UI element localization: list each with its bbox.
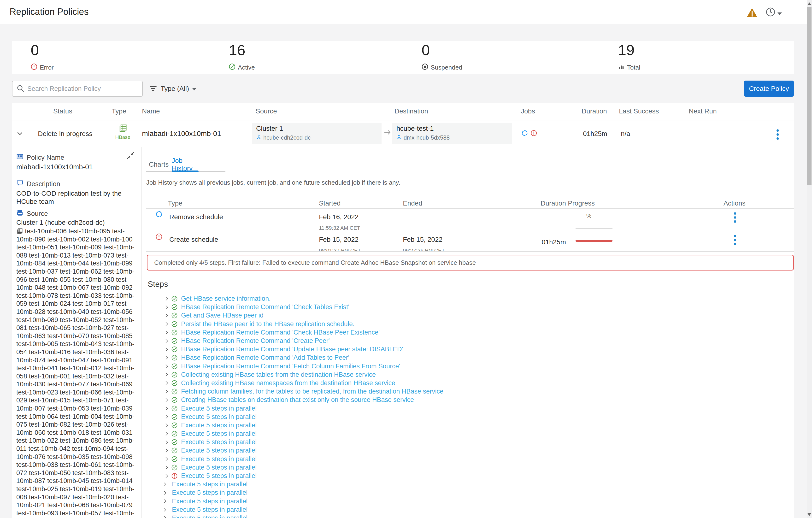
job-error-icon[interactable] [530, 130, 537, 137]
collapse-panel-icon[interactable] [126, 151, 135, 160]
step-label[interactable]: Execute 5 steps in parallel [172, 498, 248, 505]
step-row[interactable]: HBase Replication Remote Command 'Update… [146, 345, 793, 353]
chevron-right-icon[interactable] [164, 338, 169, 344]
step-label[interactable]: HBase Replication Remote Command 'Add Ta… [181, 354, 349, 362]
search-input[interactable] [27, 85, 133, 92]
step-row[interactable]: Get HBase service information. [146, 294, 793, 303]
chevron-right-icon[interactable] [164, 347, 169, 352]
step-row[interactable]: HBase Replication Remote Command 'Create… [146, 337, 793, 345]
step-row[interactable]: Execute 5 steps in parallel [146, 404, 793, 412]
step-label[interactable]: Execute 5 steps in parallel [181, 413, 257, 421]
step-label[interactable]: Fetching column families, for the tables… [181, 388, 443, 395]
step-label[interactable]: Execute 5 steps in parallel [181, 472, 257, 480]
step-row[interactable]: Execute 5 steps in parallel [146, 514, 793, 518]
chevron-right-icon[interactable] [164, 414, 169, 420]
step-row[interactable]: Execute 5 steps in parallel [146, 413, 793, 421]
step-label[interactable]: HBase Replication Remote Command 'Fetch … [181, 363, 400, 370]
step-label[interactable]: HBase Replication Remote Command 'Check … [181, 329, 380, 336]
chevron-right-icon[interactable] [164, 456, 169, 462]
step-row[interactable]: Execute 5 steps in parallel [146, 489, 793, 497]
step-row[interactable]: Execute 5 steps in parallel [146, 463, 793, 472]
step-row[interactable]: Execute 5 steps in parallel [146, 430, 793, 438]
step-row[interactable]: HBase Replication Remote Command 'Add Ta… [146, 353, 793, 362]
chevron-right-icon[interactable] [164, 305, 169, 310]
step-row[interactable]: HBase Replication Remote Command 'Check … [146, 328, 793, 337]
chevron-right-icon[interactable] [164, 431, 169, 436]
step-row[interactable]: Execute 5 steps in parallel [146, 421, 793, 430]
chevron-right-icon[interactable] [164, 372, 169, 377]
chevron-right-icon[interactable] [162, 507, 168, 512]
step-row[interactable]: HBase Replication Remote Command 'Check … [146, 303, 793, 311]
tab-job-history[interactable]: Job History [172, 158, 199, 171]
chevron-right-icon[interactable] [164, 321, 169, 327]
step-row[interactable]: Execute 5 steps in parallel [146, 497, 793, 506]
scrollbar-down-arrow-icon[interactable] [807, 513, 811, 516]
step-row[interactable]: Execute 5 steps in parallel [146, 455, 793, 463]
chevron-right-icon[interactable] [164, 439, 169, 445]
chevron-right-icon[interactable] [164, 380, 169, 385]
step-label[interactable]: Execute 5 steps in parallel [181, 438, 257, 446]
step-row[interactable]: Execute 5 steps in parallel [146, 506, 793, 514]
step-row[interactable]: HBase Replication Remote Command 'Fetch … [146, 362, 793, 371]
step-label[interactable]: Execute 5 steps in parallel [181, 455, 257, 463]
step-label[interactable]: Collecting existing HBase tables from th… [181, 371, 376, 378]
step-label[interactable]: Execute 5 steps in parallel [172, 506, 248, 513]
scrollbar-up-arrow-icon[interactable] [807, 2, 811, 5]
chevron-right-icon[interactable] [162, 498, 168, 504]
chevron-right-icon[interactable] [162, 490, 168, 495]
step-row[interactable]: Execute 5 steps in parallel [146, 472, 793, 480]
job-actions-kebab-icon[interactable] [733, 234, 737, 247]
step-label[interactable]: Get and Save HBase peer id [181, 312, 264, 319]
step-label[interactable]: Execute 5 steps in parallel [181, 447, 257, 454]
step-label[interactable]: Execute 5 steps in parallel [172, 514, 248, 518]
chevron-right-icon[interactable] [164, 465, 169, 470]
chevron-right-icon[interactable] [164, 364, 169, 369]
step-label[interactable]: HBase Replication Remote Command 'Create… [181, 337, 330, 345]
scrollbar-thumb[interactable] [807, 7, 812, 185]
job-history-column-progress: Progress [568, 200, 595, 207]
chevron-right-icon[interactable] [164, 389, 169, 394]
step-label[interactable]: Execute 5 steps in parallel [181, 430, 257, 437]
chevron-right-icon[interactable] [162, 482, 168, 487]
step-label[interactable]: Execute 5 steps in parallel [181, 464, 257, 471]
step-label[interactable]: HBase Replication Remote Command 'Check … [181, 304, 349, 311]
step-label[interactable]: Execute 5 steps in parallel [172, 489, 248, 496]
chevron-right-icon[interactable] [164, 330, 169, 335]
chevron-right-icon[interactable] [164, 355, 169, 361]
type-filter-dropdown[interactable]: Type (All) [149, 81, 196, 97]
step-row[interactable]: Execute 5 steps in parallel [146, 438, 793, 446]
step-row[interactable]: Get and Save HBase peer id [146, 311, 793, 320]
create-policy-button[interactable]: Create Policy [744, 81, 794, 97]
chevron-right-icon[interactable] [164, 313, 169, 318]
step-row[interactable]: Persist the HBase peer id to the HBase r… [146, 320, 793, 328]
job-running-icon[interactable] [521, 130, 528, 137]
chevron-right-icon[interactable] [164, 296, 169, 301]
step-label[interactable]: HBase Replication Remote Command 'Update… [181, 346, 403, 353]
job-actions-kebab-icon[interactable] [733, 211, 737, 225]
step-row[interactable]: Execute 5 steps in parallel [146, 480, 793, 489]
row-actions-kebab-icon[interactable] [776, 128, 779, 142]
step-label[interactable]: Execute 5 steps in parallel [181, 405, 257, 412]
step-label[interactable]: Execute 5 steps in parallel [181, 422, 257, 429]
chevron-right-icon[interactable] [164, 473, 169, 479]
chevron-right-icon[interactable] [164, 406, 169, 411]
tab-charts[interactable]: Charts [146, 158, 172, 171]
step-row[interactable]: Collecting existing HBase namespaces fro… [146, 379, 793, 387]
chevron-right-icon[interactable] [162, 515, 168, 518]
step-row[interactable]: Collecting existing HBase tables from th… [146, 371, 793, 379]
step-row[interactable]: Fetching column families, for the tables… [146, 387, 793, 396]
chevron-right-icon[interactable] [164, 397, 169, 403]
step-row[interactable]: Execute 5 steps in parallel [146, 446, 793, 455]
chevron-right-icon[interactable] [164, 423, 169, 428]
row-expander-chevron-down-icon[interactable] [16, 130, 24, 138]
warning-icon[interactable] [746, 8, 758, 18]
vertical-scrollbar[interactable] [807, 0, 812, 518]
step-label[interactable]: Persist the HBase peer id to the HBase r… [181, 320, 354, 328]
time-range-selector[interactable] [765, 7, 786, 18]
step-label[interactable]: Get HBase service information. [181, 295, 271, 303]
step-row[interactable]: Creating HBase tables on destination tha… [146, 396, 793, 404]
step-label[interactable]: Execute 5 steps in parallel [172, 481, 248, 488]
chevron-right-icon[interactable] [164, 448, 169, 453]
step-label[interactable]: Collecting existing HBase namespaces fro… [181, 379, 395, 387]
step-label[interactable]: Creating HBase tables on destination tha… [181, 396, 414, 404]
